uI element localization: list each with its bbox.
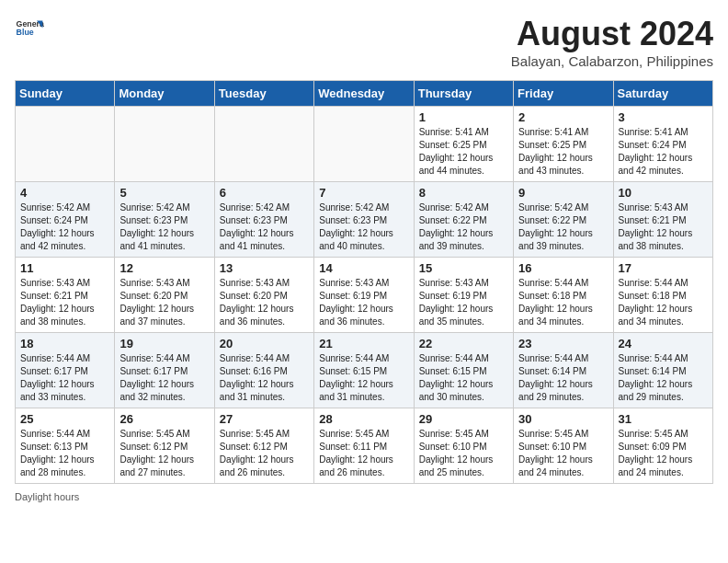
day-number: 19: [119, 337, 209, 350]
calendar-cell: 24Sunrise: 5:44 AMSunset: 6:14 PMDayligh…: [613, 333, 712, 408]
calendar-cell: 6Sunrise: 5:42 AMSunset: 6:23 PMDaylight…: [214, 182, 313, 258]
day-info: Sunrise: 5:44 AMSunset: 6:17 PMDaylight:…: [119, 352, 209, 404]
day-number: 26: [119, 412, 209, 426]
day-number: 1: [419, 110, 508, 124]
calendar-cell: 26Sunrise: 5:45 AMSunset: 6:12 PMDayligh…: [115, 408, 214, 484]
calendar-cell: 11Sunrise: 5:43 AMSunset: 6:21 PMDayligh…: [16, 258, 115, 333]
day-info: Sunrise: 5:42 AMSunset: 6:24 PMDaylight:…: [20, 201, 109, 253]
day-number: 30: [518, 412, 608, 426]
day-info: Sunrise: 5:45 AMSunset: 6:10 PMDaylight:…: [518, 428, 608, 479]
footer-note: Daylight hours: [15, 491, 713, 502]
calendar-cell: 19Sunrise: 5:44 AMSunset: 6:17 PMDayligh…: [115, 333, 214, 408]
day-info: Sunrise: 5:45 AMSunset: 6:12 PMDaylight:…: [119, 428, 209, 479]
day-number: 6: [220, 186, 309, 200]
calendar-cell: 10Sunrise: 5:43 AMSunset: 6:21 PMDayligh…: [613, 182, 712, 258]
day-number: 29: [419, 412, 508, 426]
title-block: August 2024 Balayan, Calabarzon, Philipp…: [511, 15, 713, 69]
weekday-wednesday: Wednesday: [314, 81, 414, 107]
calendar-cell: 22Sunrise: 5:44 AMSunset: 6:15 PMDayligh…: [414, 333, 513, 408]
day-info: Sunrise: 5:41 AMSunset: 6:25 PMDaylight:…: [419, 126, 508, 178]
day-number: 9: [518, 186, 608, 200]
day-info: Sunrise: 5:41 AMSunset: 6:24 PMDaylight:…: [619, 126, 708, 178]
calendar-cell: 2Sunrise: 5:41 AMSunset: 6:25 PMDaylight…: [514, 107, 613, 182]
day-info: Sunrise: 5:42 AMSunset: 6:23 PMDaylight:…: [220, 201, 309, 253]
day-info: Sunrise: 5:45 AMSunset: 6:10 PMDaylight:…: [419, 428, 508, 479]
day-number: 4: [20, 186, 109, 200]
day-info: Sunrise: 5:42 AMSunset: 6:22 PMDaylight:…: [419, 201, 508, 253]
calendar-cell: 4Sunrise: 5:42 AMSunset: 6:24 PMDaylight…: [16, 182, 115, 258]
calendar-cell: 7Sunrise: 5:42 AMSunset: 6:23 PMDaylight…: [314, 182, 414, 258]
day-info: Sunrise: 5:42 AMSunset: 6:22 PMDaylight:…: [518, 201, 608, 253]
day-number: 7: [319, 186, 408, 200]
svg-text:Blue: Blue: [17, 28, 34, 37]
day-number: 24: [619, 337, 708, 350]
weekday-sunday: Sunday: [16, 81, 115, 107]
day-info: Sunrise: 5:43 AMSunset: 6:19 PMDaylight:…: [419, 277, 508, 328]
day-info: Sunrise: 5:44 AMSunset: 6:15 PMDaylight:…: [319, 352, 408, 404]
calendar-cell: 20Sunrise: 5:44 AMSunset: 6:16 PMDayligh…: [214, 333, 313, 408]
weekday-friday: Friday: [514, 81, 613, 107]
calendar-cell: 12Sunrise: 5:43 AMSunset: 6:20 PMDayligh…: [115, 258, 214, 333]
calendar-cell: 9Sunrise: 5:42 AMSunset: 6:22 PMDaylight…: [514, 182, 613, 258]
day-number: 16: [518, 261, 608, 275]
location-subtitle: Balayan, Calabarzon, Philippines: [511, 53, 713, 69]
calendar-cell: 21Sunrise: 5:44 AMSunset: 6:15 PMDayligh…: [314, 333, 414, 408]
calendar-cell: 16Sunrise: 5:44 AMSunset: 6:18 PMDayligh…: [514, 258, 613, 333]
day-number: 28: [319, 412, 408, 426]
day-info: Sunrise: 5:44 AMSunset: 6:18 PMDaylight:…: [619, 277, 708, 328]
day-info: Sunrise: 5:43 AMSunset: 6:21 PMDaylight:…: [20, 277, 109, 328]
calendar-cell: [115, 107, 214, 182]
day-number: 11: [20, 261, 109, 275]
day-info: Sunrise: 5:44 AMSunset: 6:14 PMDaylight:…: [518, 352, 608, 404]
day-number: 17: [619, 261, 708, 275]
calendar-cell: 1Sunrise: 5:41 AMSunset: 6:25 PMDaylight…: [414, 107, 513, 182]
calendar-cell: 29Sunrise: 5:45 AMSunset: 6:10 PMDayligh…: [414, 408, 513, 484]
day-number: 5: [119, 186, 209, 200]
calendar-cell: 14Sunrise: 5:43 AMSunset: 6:19 PMDayligh…: [314, 258, 414, 333]
weekday-header-row: SundayMondayTuesdayWednesdayThursdayFrid…: [16, 81, 713, 107]
day-info: Sunrise: 5:42 AMSunset: 6:23 PMDaylight:…: [119, 201, 209, 253]
day-number: 23: [518, 337, 608, 350]
day-number: 12: [119, 261, 209, 275]
day-info: Sunrise: 5:44 AMSunset: 6:18 PMDaylight:…: [518, 277, 608, 328]
day-number: 10: [619, 186, 708, 200]
weekday-monday: Monday: [115, 81, 214, 107]
calendar-row: 1Sunrise: 5:41 AMSunset: 6:25 PMDaylight…: [16, 107, 713, 182]
weekday-saturday: Saturday: [613, 81, 712, 107]
calendar-cell: 15Sunrise: 5:43 AMSunset: 6:19 PMDayligh…: [414, 258, 513, 333]
calendar-cell: 28Sunrise: 5:45 AMSunset: 6:11 PMDayligh…: [314, 408, 414, 484]
calendar-cell: 23Sunrise: 5:44 AMSunset: 6:14 PMDayligh…: [514, 333, 613, 408]
day-number: 21: [319, 337, 408, 350]
calendar-row: 18Sunrise: 5:44 AMSunset: 6:17 PMDayligh…: [16, 333, 713, 408]
day-number: 14: [319, 261, 408, 275]
day-info: Sunrise: 5:41 AMSunset: 6:25 PMDaylight:…: [518, 126, 608, 178]
day-number: 27: [220, 412, 309, 426]
calendar-cell: 13Sunrise: 5:43 AMSunset: 6:20 PMDayligh…: [214, 258, 313, 333]
calendar-cell: [214, 107, 313, 182]
calendar-cell: 8Sunrise: 5:42 AMSunset: 6:22 PMDaylight…: [414, 182, 513, 258]
day-number: 22: [419, 337, 508, 350]
day-info: Sunrise: 5:44 AMSunset: 6:15 PMDaylight:…: [419, 352, 508, 404]
day-info: Sunrise: 5:43 AMSunset: 6:20 PMDaylight:…: [220, 277, 309, 328]
day-info: Sunrise: 5:45 AMSunset: 6:12 PMDaylight:…: [220, 428, 309, 479]
day-info: Sunrise: 5:44 AMSunset: 6:17 PMDaylight:…: [20, 352, 109, 404]
day-info: Sunrise: 5:44 AMSunset: 6:16 PMDaylight:…: [220, 352, 309, 404]
calendar-cell: 17Sunrise: 5:44 AMSunset: 6:18 PMDayligh…: [613, 258, 712, 333]
day-info: Sunrise: 5:43 AMSunset: 6:21 PMDaylight:…: [619, 201, 708, 253]
day-number: 8: [419, 186, 508, 200]
weekday-tuesday: Tuesday: [214, 81, 313, 107]
day-info: Sunrise: 5:45 AMSunset: 6:11 PMDaylight:…: [319, 428, 408, 479]
calendar-cell: 18Sunrise: 5:44 AMSunset: 6:17 PMDayligh…: [16, 333, 115, 408]
calendar-cell: [314, 107, 414, 182]
logo-icon: General Blue: [15, 15, 44, 44]
calendar-cell: 5Sunrise: 5:42 AMSunset: 6:23 PMDaylight…: [115, 182, 214, 258]
calendar-row: 25Sunrise: 5:44 AMSunset: 6:13 PMDayligh…: [16, 408, 713, 484]
day-info: Sunrise: 5:42 AMSunset: 6:23 PMDaylight:…: [319, 201, 408, 253]
day-number: 15: [419, 261, 508, 275]
page-header: General Blue August 2024 Balayan, Calaba…: [15, 15, 713, 69]
day-info: Sunrise: 5:45 AMSunset: 6:09 PMDaylight:…: [619, 428, 708, 479]
calendar-cell: 30Sunrise: 5:45 AMSunset: 6:10 PMDayligh…: [514, 408, 613, 484]
calendar-cell: 31Sunrise: 5:45 AMSunset: 6:09 PMDayligh…: [613, 408, 712, 484]
calendar-cell: 3Sunrise: 5:41 AMSunset: 6:24 PMDaylight…: [613, 107, 712, 182]
daylight-note: Daylight hours: [15, 491, 79, 502]
